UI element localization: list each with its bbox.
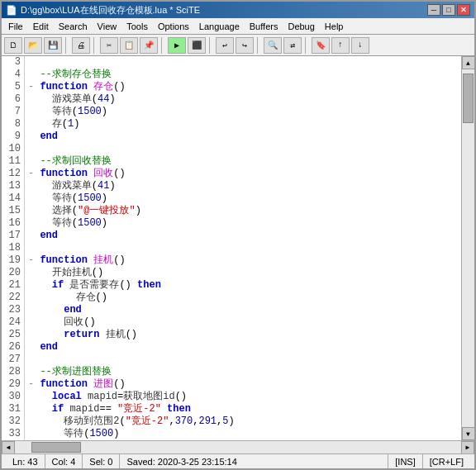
menu-language[interactable]: Language — [194, 20, 245, 33]
close-button[interactable]: ✕ — [457, 4, 470, 16]
save-button[interactable]: 💾 — [44, 37, 62, 54]
code-line-12: - function 回收() — [28, 168, 461, 180]
menu-help[interactable]: Help — [320, 20, 349, 33]
status-line: Ln: 43 — [6, 454, 45, 468]
titlebar: 📄 D:\gg\box\LUA在线回收存仓模板.lua * SciTE ─ □ … — [2, 2, 474, 18]
code-line-21: if 是否需要存() then — [28, 279, 461, 292]
status-ins: [INS] — [388, 454, 422, 468]
toolbar-sep6 — [305, 37, 308, 54]
titlebar-controls: ─ □ ✕ — [427, 4, 470, 16]
menu-options[interactable]: Options — [153, 20, 194, 33]
code-line-26: end — [28, 341, 461, 354]
bookmark-button[interactable]: 🔖 — [312, 37, 330, 54]
status-sel: Sel: 0 — [83, 454, 120, 468]
bookmark-prev[interactable]: ↑ — [331, 37, 350, 54]
paste-button[interactable]: 📌 — [140, 37, 158, 54]
menu-buffers[interactable]: Buffers — [245, 20, 283, 33]
new-button[interactable]: 🗋 — [4, 37, 22, 54]
code-line-3 — [28, 56, 461, 69]
scroll-right-button[interactable]: ▶ — [461, 441, 474, 454]
scroll-track-v[interactable] — [462, 69, 474, 427]
code-line-15: 选择("@一键投放") — [28, 205, 461, 217]
menu-search[interactable]: Search — [54, 20, 93, 33]
code-line-27 — [28, 354, 461, 366]
titlebar-left: 📄 D:\gg\box\LUA在线回收存仓模板.lua * SciTE — [6, 4, 200, 17]
code-line-13: 游戏菜单(41) — [28, 180, 461, 192]
copy-button[interactable]: 📋 — [120, 37, 138, 54]
open-button[interactable]: 📂 — [24, 37, 42, 54]
code-line-6: 游戏菜单(44) — [28, 93, 461, 106]
scroll-thumb-v[interactable] — [463, 74, 474, 123]
redo-button[interactable]: ↪ — [236, 37, 254, 54]
maximize-button[interactable]: □ — [442, 4, 455, 16]
toolbar-sep1 — [65, 37, 69, 54]
line-numbers: 3 4 5 6 7 8 9 10 11 12 13 14 15 16 17 18… — [2, 56, 25, 440]
code-line-33: 等待(1500) — [28, 428, 461, 440]
toolbar-sep4 — [209, 37, 212, 54]
menu-file[interactable]: File — [3, 20, 28, 33]
code-line-30: local mapid=获取地图id() — [28, 391, 461, 403]
status-col: Col: 4 — [45, 454, 83, 468]
code-area[interactable]: --求制存仓替换 - function 存仓() 游戏菜单(44) 等待(150… — [25, 56, 461, 440]
editor-area: 3 4 5 6 7 8 9 10 11 12 13 14 15 16 17 18… — [2, 56, 474, 440]
status-saved: Saved: 2020-3-25 23:15:14 — [120, 454, 388, 468]
code-line-22: 存仓() — [28, 292, 461, 304]
stop-button[interactable]: ⬛ — [188, 37, 206, 54]
code-line-11: --求制回收替换 — [28, 155, 461, 168]
toolbar-sep5 — [257, 37, 260, 54]
code-line-29: - function 进图() — [28, 378, 461, 391]
cut-button[interactable]: ✂ — [100, 37, 118, 54]
scroll-thumb-h[interactable] — [31, 442, 81, 453]
print-button[interactable]: 🖨 — [72, 37, 90, 54]
code-line-16: 等待(1500) — [28, 217, 461, 230]
scroll-track-h[interactable] — [15, 441, 461, 453]
code-line-5: - function 存仓() — [28, 81, 461, 93]
code-line-17: end — [28, 230, 461, 242]
code-line-9: end — [28, 131, 461, 143]
code-line-7: 等待(1500) — [28, 106, 461, 118]
status-eol: [CR+LF] — [423, 454, 470, 468]
scroll-down-button[interactable]: ▼ — [462, 427, 475, 440]
vertical-scrollbar: ▲ ▼ — [461, 56, 474, 440]
code-line-31: if mapid== "竞近-2" then — [28, 403, 461, 415]
code-line-23: end — [28, 304, 461, 316]
find-button[interactable]: 🔍 — [264, 37, 282, 54]
menu-debug[interactable]: Debug — [283, 20, 319, 33]
code-line-28: --求制进图替换 — [28, 366, 461, 378]
menu-tools[interactable]: Tools — [121, 20, 153, 33]
bookmark-next[interactable]: ↓ — [351, 37, 369, 54]
minimize-button[interactable]: ─ — [427, 4, 440, 16]
code-line-20: 开始挂机() — [28, 267, 461, 279]
toolbar-sep2 — [93, 37, 97, 54]
code-line-24: 回收() — [28, 316, 461, 329]
code-line-32: 移动到范围2("竞近-2",370,291,5) — [28, 415, 461, 428]
run-button[interactable]: ▶ — [168, 37, 186, 54]
menu-edit[interactable]: Edit — [28, 20, 54, 33]
toolbar: 🗋 📂 💾 🖨 ✂ 📋 📌 ▶ ⬛ ↩ ↪ 🔍 ⇄ 🔖 ↑ ↓ — [2, 35, 474, 56]
horizontal-scrollbar: ◀ ▶ — [2, 440, 474, 453]
code-line-18 — [28, 242, 461, 254]
code-line-4: --求制存仓替换 — [28, 69, 461, 81]
scroll-left-button[interactable]: ◀ — [2, 441, 15, 454]
code-line-14: 等待(1500) — [28, 192, 461, 205]
code-line-25: return 挂机() — [28, 329, 461, 341]
menu-view[interactable]: View — [93, 20, 122, 33]
menubar: File Edit Search View Tools Options Lang… — [2, 18, 474, 35]
code-line-10 — [28, 143, 461, 155]
window-title: D:\gg\box\LUA在线回收存仓模板.lua * SciTE — [21, 4, 200, 17]
code-line-19: - function 挂机() — [28, 254, 461, 267]
statusbar: Ln: 43 Col: 4 Sel: 0 Saved: 2020-3-25 23… — [2, 453, 474, 468]
app-icon: 📄 — [6, 5, 17, 16]
code-line-8: 存(1) — [28, 118, 461, 131]
replace-button[interactable]: ⇄ — [283, 37, 302, 54]
scroll-up-button[interactable]: ▲ — [462, 56, 475, 69]
toolbar-sep3 — [161, 37, 164, 54]
main-window: 📄 D:\gg\box\LUA在线回收存仓模板.lua * SciTE ─ □ … — [0, 0, 476, 470]
undo-button[interactable]: ↩ — [216, 37, 234, 54]
